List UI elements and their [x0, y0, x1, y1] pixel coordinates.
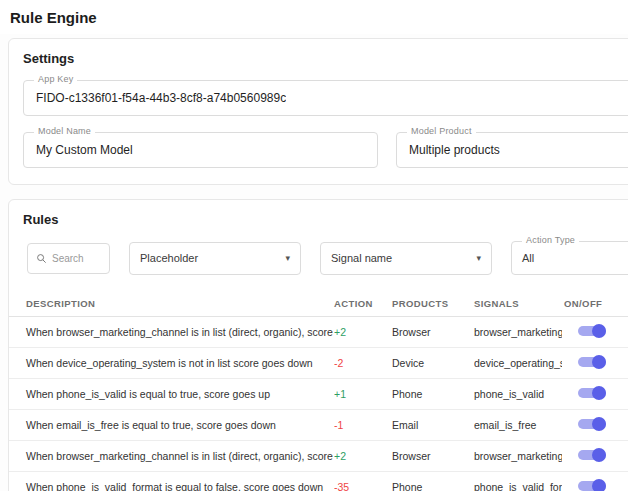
rule-signal: device_operating_system	[474, 357, 562, 369]
rule-description: When browser_marketing_channel is in lis…	[9, 450, 334, 462]
toggle-knob	[592, 355, 606, 369]
toggle-knob	[592, 417, 606, 431]
rule-signal: phone_is_valid	[474, 388, 562, 400]
action-type-label: Action Type	[522, 235, 579, 245]
rule-action-value: +2	[334, 326, 392, 338]
rule-description: When browser_marketing_channel is in lis…	[9, 326, 334, 338]
rule-product: Phone	[392, 388, 474, 400]
rule-description: When phone_is_valid is equal to true, sc…	[9, 388, 334, 400]
action-type-value: All	[522, 252, 534, 264]
rule-description: When device_operating_system is not in l…	[9, 357, 334, 369]
rule-signal: browser_marketing_channel	[474, 450, 562, 462]
search-box[interactable]	[27, 243, 110, 274]
rules-heading: Rules	[23, 212, 628, 227]
col-header-description: DESCRIPTION	[9, 298, 334, 309]
table-row: When browser_marketing_channel is in lis…	[9, 441, 628, 472]
signal-name-dropdown[interactable]: Signal name ▾	[320, 242, 492, 275]
rule-toggle[interactable]	[578, 479, 606, 491]
toggle-knob	[592, 324, 606, 338]
table-row: When email_is_free is equal to true, sco…	[9, 410, 628, 441]
rules-card: Rules Placeholder ▾ Signal name ▾ Action…	[8, 199, 628, 491]
app-key-value: FIDO-c1336f01-f54a-44b3-8cf8-a74b0560989…	[36, 91, 286, 105]
toggle-knob	[592, 448, 606, 462]
rule-action-value: -35	[334, 481, 392, 491]
settings-card: Settings App Key FIDO-c1336f01-f54a-44b3…	[8, 38, 628, 185]
chevron-down-icon: ▾	[285, 253, 290, 263]
rule-description: When phone_is_valid_format is equal to f…	[9, 481, 334, 491]
rule-toggle[interactable]	[578, 386, 606, 400]
rule-toggle[interactable]	[578, 417, 606, 431]
rule-action-value: +2	[334, 450, 392, 462]
rule-product: Device	[392, 357, 474, 369]
rule-description: When email_is_free is equal to true, sco…	[9, 419, 334, 431]
table-row: When phone_is_valid_format is equal to f…	[9, 472, 628, 491]
rule-product: Phone	[392, 481, 474, 491]
main-content: Settings App Key FIDO-c1336f01-f54a-44b3…	[0, 34, 628, 491]
settings-heading: Settings	[23, 51, 628, 66]
toggle-knob	[592, 386, 606, 400]
rule-signal: email_is_free	[474, 419, 562, 431]
rule-toggle[interactable]	[578, 324, 606, 338]
search-icon	[36, 253, 47, 264]
rule-type-value: Placeholder	[140, 252, 198, 264]
rule-toggle-cell	[564, 324, 628, 340]
rule-product: Email	[392, 419, 474, 431]
model-name-label: Model Name	[34, 126, 95, 136]
rule-toggle[interactable]	[578, 448, 606, 462]
toggle-knob	[592, 479, 606, 491]
rule-toggle-cell	[564, 417, 628, 433]
rule-action-value: +1	[334, 388, 392, 400]
rule-action-value: -2	[334, 357, 392, 369]
model-product-label: Model Product	[407, 126, 476, 136]
table-row: When browser_marketing_channel is in lis…	[9, 317, 628, 348]
rules-table: DESCRIPTION ACTION PRODUCTS SIGNALS ON/O…	[9, 291, 628, 491]
table-body: When browser_marketing_channel is in lis…	[9, 317, 628, 491]
col-header-products: PRODUCTS	[392, 298, 474, 309]
rule-product: Browser	[392, 450, 474, 462]
rules-filters: Placeholder ▾ Signal name ▾ Action Type …	[27, 241, 628, 275]
settings-field-row: Model Name My Custom Model Model Product…	[23, 132, 628, 168]
table-row: When phone_is_valid is equal to true, sc…	[9, 379, 628, 410]
model-product-field[interactable]: Model Product Multiple products	[396, 132, 628, 168]
signal-name-value: Signal name	[331, 252, 392, 264]
rule-action-value: -1	[334, 419, 392, 431]
action-type-dropdown[interactable]: Action Type All	[511, 241, 628, 275]
rule-product: Browser	[392, 326, 474, 338]
search-input[interactable]	[52, 253, 102, 264]
rule-toggle[interactable]	[578, 355, 606, 369]
model-name-value: My Custom Model	[36, 143, 133, 157]
rule-signal: browser_marketing_channel	[474, 326, 562, 338]
rule-toggle-cell	[564, 386, 628, 402]
rule-toggle-cell	[564, 355, 628, 371]
col-header-onoff: ON/OFF	[564, 298, 628, 309]
table-row: When device_operating_system is not in l…	[9, 348, 628, 379]
chevron-down-icon: ▾	[476, 253, 481, 263]
rule-type-dropdown[interactable]: Placeholder ▾	[129, 242, 301, 275]
col-header-action: ACTION	[334, 298, 392, 309]
page-header: Rule Engine	[0, 0, 628, 34]
rule-toggle-cell	[564, 448, 628, 464]
model-name-field[interactable]: Model Name My Custom Model	[23, 132, 378, 168]
page-title: Rule Engine	[10, 9, 618, 26]
model-product-value: Multiple products	[409, 143, 500, 157]
col-header-signals: SIGNALS	[474, 298, 564, 309]
app-key-field[interactable]: App Key FIDO-c1336f01-f54a-44b3-8cf8-a74…	[23, 80, 628, 116]
app-key-label: App Key	[34, 74, 77, 84]
rule-signal: phone_is_valid_format	[474, 481, 562, 491]
rule-toggle-cell	[564, 479, 628, 491]
table-header-row: DESCRIPTION ACTION PRODUCTS SIGNALS ON/O…	[9, 291, 628, 317]
